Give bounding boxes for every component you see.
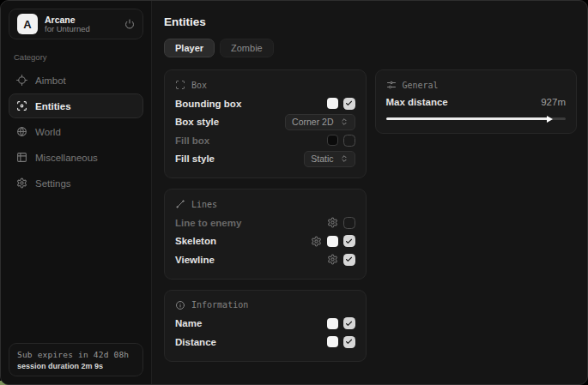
- check-icon: [345, 256, 353, 263]
- box-style-label: Box style: [175, 117, 219, 127]
- distance-color-swatch[interactable]: [327, 336, 338, 347]
- app-subtitle: for Unturned: [45, 25, 90, 34]
- sidebar-item-label: Miscellaneous: [35, 153, 98, 163]
- sidebar: A Arcane for Unturned Category Aimbot En…: [1, 1, 152, 384]
- row-bounding-box: Bounding box: [175, 94, 355, 113]
- skeleton-settings-gear-icon[interactable]: [311, 236, 322, 247]
- globe-icon: [16, 126, 27, 137]
- sidebar-item-label: Settings: [35, 178, 71, 189]
- line-to-enemy-checkbox[interactable]: [343, 217, 355, 229]
- row-name: Name: [175, 315, 355, 334]
- box-style-value: Corner 2D: [292, 117, 333, 127]
- lines-card-header: Lines: [175, 199, 355, 209]
- info-icon: [175, 300, 185, 310]
- entity-tabs: Player Zombie: [164, 39, 577, 57]
- bounding-box-label: Bounding box: [175, 99, 241, 109]
- sidebar-item-label: World: [35, 127, 61, 137]
- check-icon: [345, 238, 353, 245]
- information-card: Information Name Distance: [164, 290, 367, 362]
- max-distance-value: 927m: [541, 97, 566, 107]
- box-card-title: Box: [191, 81, 207, 90]
- general-card: General Max distance 927m: [375, 69, 578, 134]
- information-card-title: Information: [191, 300, 248, 310]
- sidebar-item-settings[interactable]: Settings: [9, 171, 143, 196]
- subscription-status-card: Sub expires in 42d 08h session duration …: [9, 343, 143, 376]
- arcane-window: A Arcane for Unturned Category Aimbot En…: [0, 0, 588, 385]
- box-card-header: Box: [175, 80, 355, 90]
- check-icon: [345, 338, 353, 346]
- information-card-header: Information: [175, 300, 355, 310]
- chevrons-up-down-icon: [340, 117, 349, 126]
- max-distance-slider-thumb[interactable]: [547, 116, 553, 123]
- crosshair-icon: [16, 75, 27, 86]
- skeleton-color-swatch[interactable]: [327, 236, 338, 247]
- fill-style-dropdown[interactable]: Static: [304, 151, 355, 167]
- bounding-box-checkbox[interactable]: [343, 98, 355, 110]
- app-name: Arcane: [45, 15, 90, 25]
- row-fill-style: Fill style Static: [175, 150, 355, 169]
- row-line-to-enemy: Line to enemy: [175, 214, 355, 232]
- box-card: Box Bounding box Box style Corne: [164, 69, 367, 178]
- check-icon: [345, 320, 353, 328]
- content-columns: Box Bounding box Box style Corne: [164, 69, 577, 362]
- name-checkbox[interactable]: [343, 317, 355, 329]
- general-card-header: General: [386, 80, 567, 90]
- layout-grid-icon: [16, 152, 27, 163]
- category-label: Category: [14, 52, 138, 62]
- box-select-icon: [175, 80, 185, 90]
- distance-checkbox[interactable]: [343, 336, 355, 348]
- row-fill-box: Fill box: [175, 131, 355, 150]
- logo-card: A Arcane for Unturned: [9, 9, 143, 39]
- page-title: Entities: [164, 15, 577, 28]
- right-column: General Max distance 927m: [375, 69, 578, 134]
- tab-zombie[interactable]: Zombie: [220, 39, 274, 57]
- row-distance: Distance: [175, 333, 355, 352]
- viewline-settings-gear-icon[interactable]: [327, 254, 338, 265]
- sidebar-item-label: Aimbot: [35, 75, 66, 86]
- row-box-style: Box style Corner 2D: [175, 113, 355, 132]
- sub-expires-text: Sub expires in 42d 08h: [17, 350, 135, 359]
- sidebar-item-label: Entities: [35, 101, 71, 111]
- line-to-enemy-label: Line to enemy: [175, 218, 241, 228]
- scan-box-icon: [16, 100, 27, 111]
- power-icon[interactable]: [124, 19, 135, 29]
- check-icon: [345, 99, 353, 107]
- row-max-distance: Max distance 927m: [386, 94, 567, 110]
- app-logo: A: [17, 14, 38, 34]
- session-duration-text: session duration 2m 9s: [17, 362, 135, 370]
- line-to-enemy-settings-gear-icon[interactable]: [327, 217, 338, 228]
- max-distance-label: Max distance: [386, 97, 448, 107]
- left-column: Box Bounding box Box style Corne: [164, 69, 367, 362]
- line-icon: [175, 199, 185, 209]
- sidebar-item-world[interactable]: World: [9, 119, 143, 144]
- name-label: Name: [175, 318, 202, 328]
- sliders-icon: [386, 80, 397, 90]
- bounding-box-color-swatch[interactable]: [327, 98, 338, 109]
- logo-text: Arcane for Unturned: [45, 15, 90, 34]
- viewline-checkbox[interactable]: [343, 254, 355, 266]
- tab-player[interactable]: Player: [164, 39, 215, 57]
- lines-card-title: Lines: [191, 200, 217, 209]
- fill-style-label: Fill style: [175, 153, 215, 164]
- sidebar-item-miscellaneous[interactable]: Miscellaneous: [9, 145, 143, 170]
- max-distance-slider-fill: [386, 117, 550, 120]
- general-card-title: General: [403, 81, 439, 90]
- box-style-dropdown[interactable]: Corner 2D: [285, 114, 355, 130]
- sidebar-item-aimbot[interactable]: Aimbot: [9, 68, 143, 93]
- name-color-swatch[interactable]: [327, 318, 338, 329]
- row-viewline: Viewline: [175, 250, 355, 269]
- fill-box-color-swatch[interactable]: [327, 135, 338, 146]
- sidebar-item-entities[interactable]: Entities: [9, 93, 143, 118]
- max-distance-slider[interactable]: [386, 117, 567, 120]
- viewline-label: Viewline: [175, 255, 215, 265]
- main-panel: Entities Player Zombie Box Bounding box: [152, 1, 587, 384]
- fill-box-checkbox[interactable]: [343, 135, 355, 147]
- chevrons-up-down-icon: [340, 154, 349, 163]
- skeleton-label: Skeleton: [175, 236, 216, 246]
- fill-style-value: Static: [311, 153, 333, 164]
- fill-box-label: Fill box: [175, 135, 209, 146]
- lines-card: Lines Line to enemy Skeleton: [164, 189, 367, 280]
- sidebar-nav: Aimbot Entities World Miscellaneous Sett…: [9, 68, 143, 196]
- skeleton-checkbox[interactable]: [343, 235, 355, 247]
- gear-icon: [16, 177, 27, 189]
